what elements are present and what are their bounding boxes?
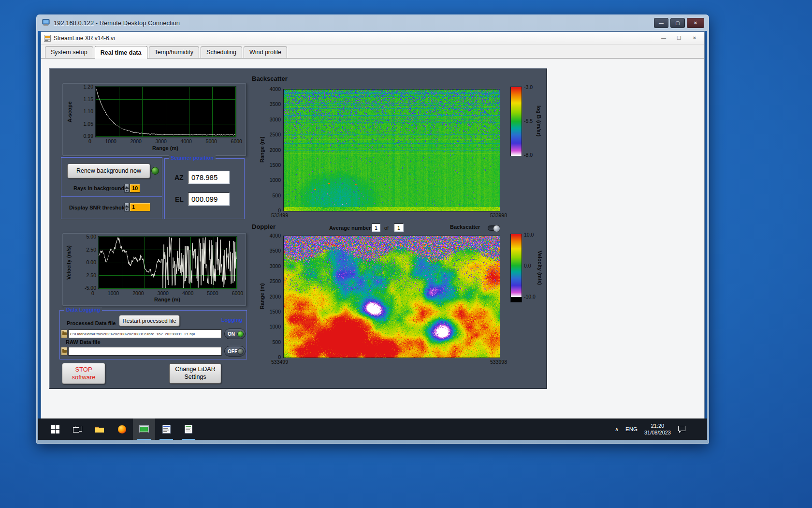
rdp-window: 192.168.0.122 - Remote Desktop Connectio…: [36, 15, 709, 444]
velocity-x-label: Range (m): [98, 297, 236, 302]
rdp-close-button[interactable]: ✕: [687, 18, 704, 28]
snr-value[interactable]: 1: [130, 203, 150, 211]
backscatter-colorbar: [510, 87, 522, 156]
change-line1: Change LiDAR: [175, 366, 215, 374]
tick-label: 1000: [270, 324, 281, 329]
tick-label: 1000: [270, 177, 281, 183]
tick-label: 2.50: [87, 247, 96, 253]
backscatter-title: Backscatter: [252, 75, 288, 82]
backscatter-display-toggle[interactable]: [488, 225, 500, 231]
raw-path-field[interactable]: [68, 347, 222, 356]
tick-label: 3500: [270, 101, 281, 107]
tab-real-time-data[interactable]: Real time data: [95, 46, 147, 59]
tab-scheduling[interactable]: Scheduling: [201, 46, 242, 58]
stop-software-button[interactable]: STOP software: [62, 363, 105, 384]
tick-label: 2000: [130, 138, 142, 144]
tick-label: 2500: [270, 278, 281, 284]
scanner-position-group: Scanner position AZ 078.985 EL 000.099: [164, 158, 245, 219]
tab-temp-humidity[interactable]: Temp/humidity: [149, 46, 200, 58]
backscatter-x-end: 533998: [490, 212, 507, 218]
tick-label: 3000: [158, 290, 169, 296]
doppler-title: Doppler: [252, 223, 276, 230]
tick-label: 4000: [182, 290, 193, 296]
streamline-app-button[interactable]: [133, 418, 155, 440]
tick-label: 1.20: [84, 84, 93, 90]
off-label: OFF: [228, 349, 237, 354]
processed-path-field[interactable]: C:\Lidar\Data\Proc\2023\202308\20230831\…: [68, 329, 222, 338]
rdp-titlebar[interactable]: 192.168.0.122 - Remote Desktop Connectio…: [38, 15, 707, 31]
tick-label: 1.05: [84, 121, 93, 127]
clock-date: 31/08/2023: [644, 429, 671, 436]
tick-label: 2000: [270, 294, 281, 299]
tick-label: 6000: [231, 138, 242, 144]
tick-label: 5000: [207, 290, 218, 296]
doppler-colorbar: [510, 234, 522, 302]
background-status-led: [151, 167, 159, 175]
streamline-app-icon: [139, 425, 149, 433]
start-button[interactable]: [44, 418, 66, 440]
app-titlebar[interactable]: StreamLine XR v14-6.vi — ❐ ✕: [41, 32, 704, 45]
logging-label: Logging: [221, 317, 242, 323]
backscatter-colorbar-label: log B (/m/sr): [536, 87, 542, 155]
data-logging-title: Data Logging: [64, 307, 102, 313]
raw-path-browse-button[interactable]: [61, 347, 68, 356]
tab-page-real-time-data: A-scope 1.201.151.101.050.99 01000200030…: [41, 59, 704, 419]
text-editor-button[interactable]: [177, 418, 200, 440]
taskbar-icons: [38, 418, 200, 440]
tab-strip: System setupReal time dataTemp/humidityS…: [41, 45, 704, 59]
rays-value[interactable]: 10: [130, 184, 140, 193]
rdp-window-title: 192.168.0.122 - Remote Desktop Connectio…: [54, 19, 654, 27]
change-lidar-settings-button[interactable]: Change LiDAR Settings: [169, 363, 221, 384]
average-total-value[interactable]: 1: [394, 224, 404, 232]
ascope-graph: A-scope 1.201.151.101.050.99 01000200030…: [62, 83, 246, 156]
taskbar-clock[interactable]: 21:20 31/08/2023: [644, 422, 671, 436]
action-center-icon[interactable]: [678, 425, 686, 433]
tab-wind-profile[interactable]: Wind profile: [244, 46, 287, 58]
ascope-y-label: A-scope: [66, 86, 73, 137]
rdp-minimize-button[interactable]: —: [654, 18, 668, 28]
ascope-y-axis: 1.201.151.101.050.99: [76, 84, 93, 139]
stop-line1: STOP: [75, 366, 92, 374]
tick-label: 4000: [270, 86, 281, 92]
system-tray: ∧ ENG 21:20 31/08/2023: [615, 418, 707, 440]
raw-logging-toggle[interactable]: OFF: [224, 346, 246, 357]
velocity-y-label: Velocity (m/s): [65, 236, 72, 289]
el-value[interactable]: 000.099: [188, 193, 230, 206]
hidden-icons-chevron[interactable]: ∧: [615, 426, 619, 433]
doppler-x-start: 533499: [271, 359, 288, 365]
renew-background-button[interactable]: Renew background now: [67, 164, 150, 179]
snr-spinner[interactable]: [124, 203, 129, 211]
processed-path-browse-button[interactable]: [61, 329, 68, 338]
doppler-y-axis: 40003500300025002000150010005000: [265, 233, 281, 360]
off-led: [237, 348, 244, 355]
az-value[interactable]: 078.985: [188, 171, 230, 184]
scan-scheduler-button[interactable]: [155, 418, 177, 440]
data-logging-group: Data Logging Processed Data file Restart…: [59, 310, 247, 359]
rays-spinner[interactable]: [124, 184, 129, 193]
host-desktop: 192.168.0.122 - Remote Desktop Connectio…: [0, 0, 812, 508]
tick-label: 2000: [132, 290, 144, 296]
firefox-button[interactable]: [111, 418, 133, 440]
tab-system-setup[interactable]: System setup: [45, 46, 93, 58]
task-view-button[interactable]: [66, 418, 88, 440]
tick-label: 6000: [232, 290, 243, 296]
average-number-value[interactable]: 1: [372, 224, 380, 232]
processed-logging-toggle[interactable]: ON: [224, 329, 246, 339]
backscatter-y-axis: 40003500300025002000150010005000: [265, 86, 281, 213]
file-explorer-button[interactable]: [88, 418, 111, 440]
tick-label: 5000: [206, 138, 217, 144]
doppler-x-end: 533998: [490, 359, 507, 365]
tick-label: 0: [91, 290, 94, 296]
rdp-maximize-button[interactable]: ▢: [670, 18, 685, 28]
doppler-y-label: Range (m): [259, 236, 265, 357]
average-number-label: Average number: [329, 225, 371, 231]
az-label: AZ: [174, 174, 184, 181]
app-close-button[interactable]: ✕: [687, 35, 702, 41]
language-indicator[interactable]: ENG: [625, 426, 638, 432]
restart-processed-file-button[interactable]: Restart processed file: [119, 315, 180, 327]
app-restore-button[interactable]: ❐: [671, 35, 687, 41]
tick-label: 5.00: [87, 234, 96, 239]
backscatter-toggle-label: Backscatter: [450, 224, 480, 230]
app-minimize-button[interactable]: —: [656, 35, 671, 41]
tick-label: 1500: [270, 309, 281, 314]
